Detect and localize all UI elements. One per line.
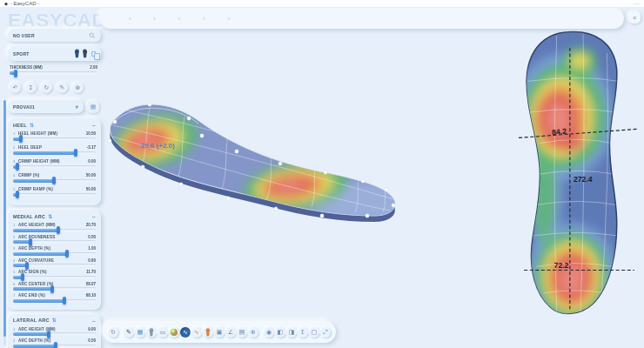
slider-index: 2 bbox=[13, 145, 17, 150]
globe-icon[interactable]: ⊕ bbox=[248, 327, 258, 338]
export-icon[interactable]: ↥ bbox=[298, 327, 308, 338]
slider-track[interactable] bbox=[13, 252, 96, 256]
scrollbar-thumb[interactable] bbox=[3, 100, 6, 337]
smooth-tool-icon[interactable]: ∿ bbox=[180, 327, 191, 338]
slider-label: ARC ROUNDNESS bbox=[18, 235, 55, 239]
forefoot-width-value: 84.2 bbox=[552, 126, 567, 137]
plan-viewport[interactable]: 84.2 272.4 72.2 bbox=[517, 28, 641, 320]
edit-icon[interactable]: ✎ bbox=[57, 82, 68, 93]
slider-track[interactable] bbox=[13, 287, 96, 291]
slider-index: 4 bbox=[13, 173, 17, 177]
slider-row: 3 CRIMP HEIGHT (MM) 0.00 bbox=[13, 159, 96, 169]
slider-index: 5 bbox=[13, 270, 17, 274]
library-icon[interactable]: ▦ bbox=[87, 101, 99, 113]
template-card: SPORT bbox=[8, 46, 101, 61]
slider-row: 1 ARC HEIGHT (MM) 20.70 bbox=[13, 223, 96, 232]
orange-foot-icon[interactable] bbox=[203, 327, 213, 338]
user-card[interactable]: NO USER bbox=[8, 29, 101, 42]
slider-row: 3 ARC DEPTH (%) 1.00 bbox=[13, 246, 96, 256]
slider-track[interactable] bbox=[13, 276, 96, 279]
tool-glyph: ↶ bbox=[13, 84, 18, 90]
undo-icon[interactable]: ↶ bbox=[10, 82, 21, 93]
print-icon[interactable]: ▤ bbox=[237, 327, 247, 338]
download-icon[interactable]: ↧ bbox=[25, 82, 37, 93]
slider-track[interactable] bbox=[13, 165, 96, 169]
slider-row: 5 CRIMP RAMP (%) 50.00 bbox=[13, 187, 96, 197]
tool-glyph: ✎ bbox=[126, 329, 131, 335]
window-title: - EasyCAD - bbox=[10, 1, 39, 6]
foot-tool-icon[interactable] bbox=[146, 327, 157, 338]
project-dropdown[interactable]: PROVA01 ▾ bbox=[8, 100, 84, 113]
settings-icon[interactable]: ⊛ bbox=[72, 82, 84, 93]
slider-value: 1.00 bbox=[88, 246, 96, 251]
slider-track[interactable] bbox=[13, 137, 96, 141]
slider-track[interactable] bbox=[13, 229, 96, 232]
sidebar: NO USER SPORT THICKNESS (MM) 2.00 ↶ ↧ bbox=[3, 27, 101, 348]
slider-index: 7 bbox=[13, 293, 17, 298]
slider-track[interactable] bbox=[13, 193, 96, 197]
tool-glyph bbox=[205, 328, 211, 337]
tune-icon: ⇅ bbox=[52, 318, 57, 323]
slider-track[interactable] bbox=[13, 299, 96, 303]
slider-row: 7 ARC END (%) 68.10 bbox=[13, 293, 96, 303]
workflow-nav: ››››› bbox=[100, 8, 624, 29]
image-icon[interactable]: ▣ bbox=[214, 327, 225, 338]
color-sphere-icon[interactable] bbox=[169, 327, 179, 338]
measure-icon[interactable]: ∠ bbox=[225, 327, 236, 338]
tool-glyph: ▦ bbox=[138, 329, 144, 335]
collapse-icon[interactable]: – bbox=[92, 122, 96, 128]
slider-track[interactable] bbox=[13, 179, 96, 183]
tool-glyph: ⊕ bbox=[251, 329, 256, 335]
sidebar-scrollbar[interactable] bbox=[3, 100, 6, 346]
slider-track[interactable] bbox=[13, 240, 96, 244]
refresh-icon[interactable]: ↻ bbox=[41, 82, 52, 93]
tool-glyph: ⊛ bbox=[76, 84, 81, 90]
nav-separator: › bbox=[227, 16, 229, 22]
window-controls-icon[interactable]: ⋯ bbox=[634, 1, 640, 6]
panel-right-icon[interactable]: ◨ bbox=[286, 327, 297, 338]
slider-value: 68.10 bbox=[86, 293, 96, 298]
tool-glyph: ↥ bbox=[300, 329, 305, 335]
perspective-viewport[interactable]: 20.6 (+2.0) bbox=[97, 84, 419, 253]
nav-separator: › bbox=[203, 16, 205, 22]
record-icon[interactable]: ◉ bbox=[264, 327, 274, 338]
menu-icon[interactable]: ≡ bbox=[628, 11, 641, 23]
reset-view-icon[interactable]: ↻ bbox=[108, 327, 118, 338]
pair-icon[interactable] bbox=[91, 51, 96, 57]
slider-track[interactable] bbox=[13, 345, 96, 348]
collapse-icon[interactable]: – bbox=[92, 318, 96, 324]
length-value: 272.4 bbox=[574, 175, 593, 184]
slider-value: -3.17 bbox=[87, 145, 96, 150]
section-title: LATERAL ARC bbox=[13, 318, 50, 323]
right-foot-icon[interactable] bbox=[82, 49, 88, 58]
thickness-value: 2.00 bbox=[90, 65, 97, 70]
pin-tool-icon[interactable]: ✎ bbox=[124, 327, 134, 338]
grid-icon[interactable]: ▦ bbox=[135, 327, 145, 338]
slider-index: 2 bbox=[13, 235, 17, 239]
tool-glyph: ∿ bbox=[194, 329, 199, 335]
tool-glyph: ✎ bbox=[60, 84, 65, 90]
slider-value: 0.60 bbox=[88, 258, 96, 263]
nav-separator: › bbox=[129, 16, 131, 22]
tool-glyph: ◧ bbox=[278, 329, 284, 335]
slider-track[interactable] bbox=[13, 264, 96, 267]
slider-label: HEEL DEEP bbox=[18, 145, 42, 150]
fullscreen-icon[interactable]: ⤢ bbox=[320, 327, 331, 338]
section-lateral-arc: LATERAL ARC ⇅ – 1 ARC HEIGHT (MM) 9.00 2… bbox=[8, 314, 101, 348]
slider-track[interactable] bbox=[13, 151, 96, 155]
tool-glyph: ∠ bbox=[228, 329, 233, 335]
slider-label: ARC DEPTH (%) bbox=[18, 338, 50, 343]
spline-tool-icon[interactable]: ∿ bbox=[191, 327, 202, 338]
collapse-icon[interactable]: – bbox=[92, 213, 96, 219]
panel-left-icon[interactable]: ◧ bbox=[275, 327, 285, 338]
tool-glyph: ∿ bbox=[183, 329, 188, 335]
thickness-slider[interactable] bbox=[10, 71, 97, 75]
flatten-icon[interactable]: ▭ bbox=[158, 327, 168, 338]
left-foot-icon[interactable] bbox=[74, 49, 80, 58]
app-icon: ◆ bbox=[4, 2, 8, 6]
slider-row: 4 ARC CURVATURE 0.60 bbox=[13, 258, 96, 268]
slider-track[interactable] bbox=[13, 332, 96, 336]
slider-value: 11.70 bbox=[86, 270, 96, 274]
box-icon[interactable]: ▢ bbox=[309, 327, 319, 338]
slider-value: 10.50 bbox=[86, 131, 96, 136]
